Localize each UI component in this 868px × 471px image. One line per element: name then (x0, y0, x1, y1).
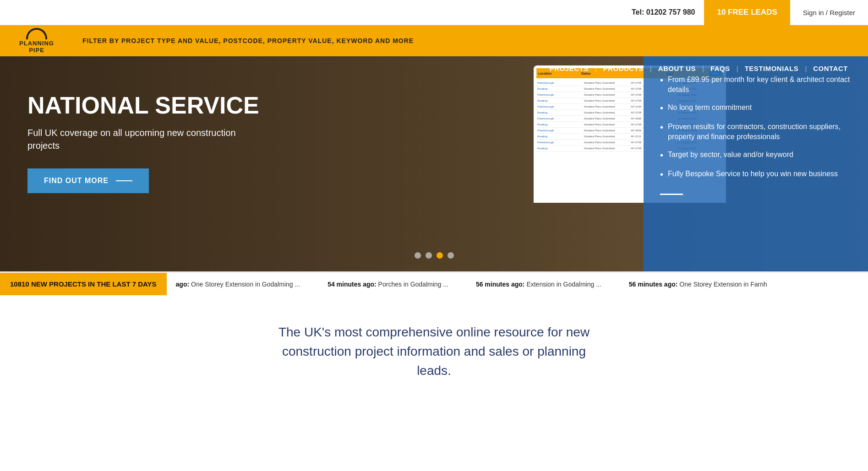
find-out-more-button[interactable]: FIND OUT MORE (27, 168, 149, 193)
ticker-item-4: 56 minutes ago: One Storey Extension in … (629, 281, 767, 288)
slider-dots (415, 252, 454, 259)
info-item-1: From £89.95 per month for key client & a… (660, 75, 852, 95)
info-item-2: No long term commitment (660, 103, 852, 114)
info-panel: From £89.95 per month for key client & a… (644, 56, 868, 271)
nav-faqs[interactable]: FAQS (704, 65, 737, 72)
info-divider (660, 194, 683, 195)
slider-dot-1[interactable] (415, 252, 421, 259)
logo[interactable]: PLANNINGPIPE (0, 25, 73, 56)
ticker-bar: 10810 NEW PROJECTS IN THE LAST 7 DAYS ag… (0, 271, 868, 295)
hero-title: NATIONAL SERVICE (27, 93, 259, 118)
ticker-item-1: ago: One Storey Extension in Godalming .… (176, 281, 300, 288)
sign-in-button[interactable]: Sign in / Register (790, 0, 868, 25)
tagline-section: The UK's most comprehensive online resou… (0, 295, 868, 399)
info-list: From £89.95 per month for key client & a… (660, 75, 852, 181)
tagline-text: The UK's most comprehensive online resou… (274, 323, 595, 380)
info-item-4: Target by sector, value and/or keyword (660, 150, 852, 162)
ticker-item-3: 56 minutes ago: Extension in Godalming .… (476, 281, 601, 288)
hero-section: PROJECTS | PRODUCTS | ABOUT US | FAQS | … (0, 56, 868, 271)
nav-about[interactable]: ABOUT US (652, 65, 702, 72)
nav-testimonials[interactable]: TESTIMONIALS (738, 65, 805, 72)
button-dash-icon (116, 180, 132, 181)
info-item-3: Proven results for contractors, construc… (660, 122, 852, 142)
ticker-label: 10810 NEW PROJECTS IN THE LAST 7 DAYS (0, 272, 167, 296)
ticker-content: ago: One Storey Extension in Godalming .… (167, 281, 795, 288)
logo-text: PLANNINGPIPE (19, 40, 54, 54)
logo-bar: PLANNINGPIPE FILTER BY PROJECT TYPE AND … (0, 25, 868, 56)
top-bar: Tel: 01202 757 980 10 FREE LEADS Sign in… (0, 0, 868, 25)
slider-dot-4[interactable] (448, 252, 454, 259)
info-item-5: Fully Bespoke Service to help you win ne… (660, 169, 852, 181)
slider-dot-3[interactable] (437, 252, 443, 259)
nav-contact[interactable]: CONTACT (807, 65, 854, 72)
main-nav: PROJECTS | PRODUCTS | ABOUT US | FAQS | … (0, 56, 868, 72)
logo-icon (26, 28, 47, 39)
hero-subtitle: Full UK coverage on all upcoming new con… (27, 126, 247, 152)
nav-projects[interactable]: PROJECTS (543, 65, 595, 72)
nav-products[interactable]: PRODUCTS (597, 65, 650, 72)
phone-number: Tel: 01202 757 980 (632, 8, 695, 16)
ticker-item-2: 54 minutes ago: Porches in Godalming ... (328, 281, 448, 288)
hero-content: NATIONAL SERVICE Full UK coverage on all… (27, 93, 259, 193)
free-leads-button[interactable]: 10 FREE LEADS (704, 0, 790, 25)
logo-tagline: FILTER BY PROJECT TYPE AND VALUE, POSTCO… (73, 37, 414, 44)
slider-dot-2[interactable] (426, 252, 432, 259)
